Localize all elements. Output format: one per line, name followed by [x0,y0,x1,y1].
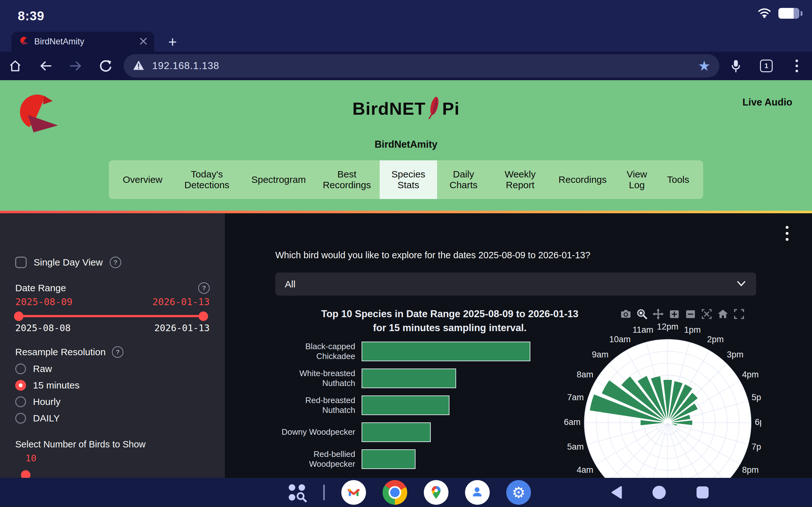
live-audio-link[interactable]: Live Audio [743,97,792,108]
bar-label: White-breasted Nuthatch [275,369,362,388]
zoom-in-icon[interactable] [669,308,680,320]
pan-icon[interactable] [653,308,664,320]
autoscale-icon[interactable] [701,308,712,320]
svg-text:12pm: 12pm [657,322,678,331]
single-day-view-row: Single Day View ? [15,257,210,268]
radio-icon[interactable] [15,380,26,391]
chevron-down-icon [736,280,747,289]
back-button[interactable] [37,52,55,80]
reset-home-icon[interactable] [717,308,728,320]
new-tab-button[interactable]: + [164,32,182,52]
slider-handle-start[interactable] [14,312,23,321]
app-menu-icon[interactable] [786,226,789,241]
clock: 8:39 [18,9,44,23]
android-recents-button[interactable] [693,478,712,507]
single-day-view-checkbox[interactable] [15,257,27,268]
tab-species-stats[interactable]: Species Stats [380,160,437,199]
brand-left: BirdNET [352,98,426,119]
radio-option-15-minutes[interactable]: 15 minutes [15,380,210,391]
home-button[interactable] [6,52,25,80]
app-search-icon[interactable] [287,483,307,502]
brand-right: Pi [442,98,460,119]
tab-weekly-report[interactable]: Weekly Report [490,160,550,199]
svg-text:3pm: 3pm [727,350,744,359]
radio-icon[interactable] [15,413,26,424]
svg-text:5pm: 5pm [751,393,761,402]
radio-option-daily[interactable]: DAILY [15,413,210,424]
bar-label: Downy Woodpecker [275,427,362,437]
android-home-button[interactable] [650,478,669,507]
brand-title: BirdNET Pi [0,95,812,121]
help-icon[interactable]: ? [198,282,210,294]
fullscreen-icon[interactable] [733,308,745,320]
tab-best-recordings[interactable]: Best Recordings [314,160,380,199]
svg-text:6am: 6am [564,417,581,427]
slider-handle-end[interactable] [199,312,208,321]
radio-icon[interactable] [15,396,26,407]
bar-label: Black-capped Chickadee [275,342,362,361]
single-day-view-label: Single Day View [34,257,103,268]
streamlit-decoration-bar [0,211,812,213]
tab-today-s-detections[interactable]: Today's Detections [171,160,243,199]
help-icon[interactable]: ? [110,257,121,268]
tab-recordings[interactable]: Recordings [550,160,615,199]
resample-resolution-row: Resample Resolution ? [15,346,210,358]
tab-count[interactable]: 1 [760,60,773,72]
bookmark-star-icon[interactable]: ★ [698,59,711,73]
tab-switcher-button[interactable]: 1 [757,52,776,80]
main-content: Which bird would you like to explore for… [225,213,812,478]
zoom-out-icon[interactable] [685,308,696,320]
settings-app-icon[interactable]: ⚙ [506,480,531,505]
bird-count-value-row: 10 [26,453,210,464]
gmail-app-icon[interactable] [341,480,366,505]
forward-button[interactable] [66,52,85,80]
species-select[interactable]: All [275,273,756,296]
radio-option-hourly[interactable]: Hourly [15,396,210,407]
bar [362,342,530,361]
contacts-app-icon[interactable] [465,480,490,505]
reload-button[interactable] [96,52,115,80]
bar [362,449,415,469]
radio-label: DAILY [33,413,60,424]
bird-count-slider-handle[interactable] [21,470,31,478]
browser-menu-icon[interactable] [787,52,806,80]
svg-text:2pm: 2pm [707,335,724,344]
radio-label: Hourly [33,396,61,407]
site-name: BirdNetAmity [0,139,812,150]
svg-text:9am: 9am [592,350,609,359]
svg-text:1pm: 1pm [684,325,701,335]
tab-view-log[interactable]: View Log [615,160,659,199]
radio-option-raw[interactable]: Raw [15,363,210,374]
help-icon[interactable]: ? [112,346,123,358]
date-range-label: Date Range [15,283,198,293]
tab-tools[interactable]: Tools [659,160,698,199]
zoom-icon[interactable] [636,308,648,320]
bird-count-row: Select Number of Birds to Show [15,439,210,450]
camera-icon[interactable] [620,308,631,320]
tab-daily-charts[interactable]: Daily Charts [437,160,490,199]
site-warning-icon[interactable] [133,60,145,72]
svg-text:8am: 8am [577,370,594,379]
url-text[interactable]: 192.168.1.138 [152,60,698,72]
tab-close-icon[interactable] [139,37,148,47]
screen: 8:39 BirdNetAmity + [0,0,812,507]
url-bar[interactable]: 192.168.1.138 ★ [124,54,719,78]
maps-app-icon[interactable] [424,480,449,505]
radio-label: 15 minutes [33,380,80,391]
species-select-value: All [285,279,736,290]
tab-spectrogram[interactable]: Spectrogram [243,160,314,199]
bird-count-label: Select Number of Birds to Show [15,439,146,450]
sidebar: Single Day View ? Date Range ? 2025-08-0… [0,213,225,478]
date-range-slider[interactable] [15,315,207,317]
main-nav: OverviewToday's DetectionsSpectrogramBes… [109,160,703,199]
svg-text:4am: 4am [577,465,594,475]
android-back-button[interactable] [607,478,626,507]
browser-tab[interactable]: BirdNetAmity [11,32,154,52]
feather-icon [427,95,440,121]
tab-overview[interactable]: Overview [114,160,171,199]
voice-search-icon[interactable] [726,52,745,80]
chrome-app-icon[interactable] [383,480,407,505]
radio-label: Raw [33,363,52,374]
radio-icon[interactable] [15,363,26,374]
tab-title: BirdNetAmity [34,37,139,47]
